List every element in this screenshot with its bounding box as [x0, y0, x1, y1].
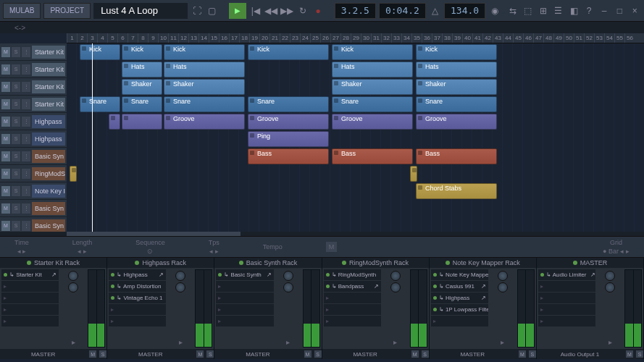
clip[interactable]: Hats	[332, 62, 413, 77]
fader-arrow[interactable]: ▸	[501, 338, 504, 346]
rack-slot-empty[interactable]: ▸	[324, 316, 381, 327]
rack-header[interactable]: Basic Synth Rack	[214, 258, 321, 268]
rack-output[interactable]: MASTER	[214, 351, 301, 358]
solo-button[interactable]: S	[12, 47, 20, 57]
solo-button[interactable]: S	[12, 117, 20, 127]
clip[interactable]: Shaker	[416, 79, 497, 95]
clip[interactable]: Kick	[248, 44, 329, 60]
rack-output[interactable]: MASTER	[322, 351, 409, 358]
rack-slot-empty[interactable]: ▸	[1, 281, 59, 292]
rack-slot-empty[interactable]: ▸	[109, 304, 166, 315]
clip[interactable]	[122, 114, 162, 130]
track-name[interactable]: Basic Syn	[32, 150, 65, 163]
clip[interactable]: Hats	[164, 62, 245, 77]
fader-arrow[interactable]: ▸	[286, 338, 290, 346]
clip[interactable]: Groove	[248, 114, 329, 130]
power-dot[interactable]	[27, 261, 31, 265]
solo-button[interactable]: S	[12, 82, 20, 92]
mixer-icon[interactable]: ⬚	[522, 3, 534, 19]
track-menu[interactable]: ⋮	[22, 203, 30, 214]
rack-slot[interactable]: ↳ Highpass↗	[431, 292, 488, 303]
mute-button[interactable]: M	[304, 350, 311, 358]
mute-button[interactable]: M	[1, 64, 10, 75]
rack-output[interactable]: MASTER	[0, 351, 86, 358]
clip[interactable]: Kick	[122, 44, 162, 60]
list-icon[interactable]: ☰	[552, 3, 564, 19]
clip[interactable]	[410, 166, 417, 182]
rack-slot[interactable]: ↳ Vintage Echo 1↗	[109, 292, 166, 303]
clip[interactable]: Snare	[248, 96, 329, 112]
clip[interactable]: Snare	[164, 96, 245, 112]
pan-knob[interactable]	[175, 271, 185, 281]
track-menu[interactable]: ⋮	[22, 151, 30, 161]
clip[interactable]: Shaker	[122, 79, 162, 95]
rack-header[interactable]: Note Key Mapper Rack	[430, 258, 536, 268]
clip[interactable]: Bass	[248, 148, 329, 164]
clip[interactable]	[109, 114, 120, 130]
clip[interactable]: Snare	[122, 96, 162, 112]
track-name[interactable]: Starter Kit	[32, 80, 65, 93]
rack-slot-empty[interactable]: ▸	[538, 316, 595, 327]
solo-button[interactable]: S	[12, 221, 20, 231]
tempo-knob[interactable]: ◉	[488, 3, 501, 19]
track-name[interactable]: Note Key I	[32, 185, 65, 198]
rack-output[interactable]: Audio Output 1	[537, 351, 623, 358]
tab-main[interactable]: <->	[14, 24, 25, 32]
rack-slot[interactable]: ↳ 1P Lowpass Filter↗	[431, 304, 488, 315]
track-menu[interactable]: ⋮	[22, 99, 30, 109]
rack-slot[interactable]: ↳ Audio Limiter↗	[538, 269, 595, 280]
mute-button[interactable]: M	[1, 47, 10, 57]
rack-header[interactable]: Starter Kit Rack	[0, 258, 106, 268]
gain-knob[interactable]	[390, 282, 401, 292]
track-menu[interactable]: ⋮	[22, 64, 30, 75]
solo-button[interactable]: S	[99, 350, 106, 358]
clip[interactable]: Bass	[332, 148, 413, 164]
gain-knob[interactable]	[175, 282, 185, 292]
time-arrows[interactable]: ◂ ▸	[17, 248, 27, 255]
track-header[interactable]: MS⋮Basic Syn	[0, 200, 67, 217]
project-title[interactable]: Lust 4 A Loop	[93, 3, 188, 19]
rack-slot-empty[interactable]: ▸	[216, 281, 273, 292]
rack-slot-empty[interactable]: ▸	[109, 316, 166, 327]
clip[interactable]: Kick	[416, 44, 497, 60]
mute-button[interactable]: M	[1, 151, 10, 161]
mute-button[interactable]: M	[1, 134, 10, 144]
rewind-button[interactable]: ◀◀	[264, 3, 277, 19]
rack-slot[interactable]: ↳ RingModSynth↗	[324, 269, 381, 280]
track-header[interactable]: MS⋮RingModS	[0, 165, 67, 182]
rack-output[interactable]: MASTER	[430, 351, 516, 358]
track-menu[interactable]: ⋮	[22, 47, 30, 57]
timeline-ruler[interactable]: 1234567891011121314151617181920212223242…	[67, 33, 644, 43]
clip[interactable]: Kick	[80, 44, 120, 60]
pan-knob[interactable]	[390, 271, 401, 281]
track-header[interactable]: MS⋮Highpass	[0, 113, 67, 130]
clip[interactable]: Bass	[416, 148, 497, 164]
tps-arrows[interactable]: ◂ ▸	[209, 248, 219, 255]
position-time[interactable]: 0:04.2	[379, 3, 426, 19]
rack-slot-empty[interactable]: ▸	[538, 292, 595, 303]
metronome-icon[interactable]: △	[429, 3, 441, 19]
solo-button[interactable]: S	[12, 186, 20, 196]
solo-button[interactable]: S	[12, 134, 20, 144]
clip[interactable]: Snare	[416, 96, 497, 112]
loop-button[interactable]: ↻	[296, 3, 309, 19]
track-name[interactable]: Highpass	[32, 115, 65, 128]
track-menu[interactable]: ⋮	[22, 134, 30, 144]
mute-button[interactable]: M	[1, 221, 10, 231]
clip[interactable]: Snare	[332, 96, 413, 112]
panel-icon[interactable]: ◧	[568, 3, 580, 19]
track-menu[interactable]: ⋮	[22, 186, 30, 196]
rack-slot[interactable]: ↳ Amp Distortion↗	[109, 281, 166, 292]
rack-output[interactable]: MASTER	[107, 351, 193, 358]
solo-button[interactable]: S	[12, 64, 20, 75]
mute-button[interactable]: M	[1, 99, 10, 109]
rack-slot-empty[interactable]: ▸	[216, 304, 273, 315]
solo-button[interactable]: S	[314, 350, 322, 358]
mute-button[interactable]: M	[326, 242, 338, 252]
solo-button[interactable]: S	[206, 350, 214, 358]
mute-button[interactable]: M	[196, 350, 204, 358]
power-dot[interactable]	[239, 261, 243, 265]
track-header[interactable]: MS⋮Basic Syn	[0, 148, 67, 165]
play-button[interactable]: ▶	[229, 3, 247, 19]
track-header[interactable]: MS⋮Starter Kit	[0, 61, 67, 78]
